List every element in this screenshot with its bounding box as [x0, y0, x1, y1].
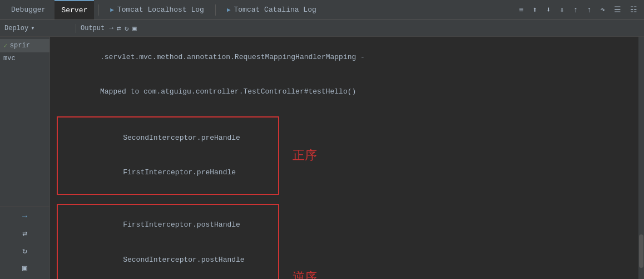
sub-monitor-icon[interactable]: ▣ — [132, 24, 137, 33]
file-icon-2: ▶ — [227, 6, 231, 13]
tab-server[interactable]: Server — [55, 0, 94, 19]
log-line-1: .servlet.mvc.method.annotation.RequestMa… — [57, 40, 637, 75]
main-layout: ✓ sprir mvc → ⇄ ↻ ▣ .servlet.mvc.method.… — [0, 37, 644, 279]
tab-tomcat-localhost[interactable]: ▶ Tomcat Localhost Log — [103, 0, 211, 19]
up2-icon[interactable]: ↑ — [571, 4, 580, 16]
menu-icon[interactable]: ≡ — [517, 4, 526, 16]
sidebar-swap-icon[interactable]: ⇄ — [21, 227, 28, 240]
annotation-zhengxu: 正序 — [293, 147, 317, 164]
deploy-dropdown[interactable]: ▾ — [31, 24, 34, 32]
red-box-2: FirstInterceptor.postHandle SecondInterc… — [57, 204, 279, 279]
debugger-label: Debugger — [11, 6, 46, 14]
grid1-icon[interactable]: ☰ — [612, 4, 623, 16]
output-tab[interactable]: Output — [81, 25, 105, 32]
sidebar-monitor-icon[interactable]: ▣ — [21, 262, 28, 275]
sidebar-item-spring-label: sprir — [10, 42, 30, 50]
sub-bar: Deploy ▾ Output → ⇄ ↻ ▣ — [0, 20, 644, 37]
scrollbar[interactable] — [638, 37, 644, 279]
grid2-icon[interactable]: ☷ — [628, 4, 640, 16]
log-box2-line2: SecondInterceptor.postHandle — [62, 243, 274, 277]
refresh-icon[interactable]: ↷ — [598, 4, 607, 16]
tab-separator-1 — [98, 4, 99, 16]
up3-icon[interactable]: ↑ — [584, 4, 593, 16]
log-line-2: Mapped to com.atguigu.controller.TestCon… — [57, 75, 637, 109]
red-box-1: SecondInterceptor.preHandle FirstInterce… — [57, 116, 279, 195]
tomcat-catalina-label: Tomcat Catalina Log — [234, 6, 316, 14]
annotation-nixu: 逆序 — [293, 269, 317, 279]
scrollbar-thumb[interactable] — [639, 234, 643, 268]
file-icon-1: ▶ — [110, 6, 114, 13]
sub-icons: → ⇄ ↻ ▣ — [109, 24, 136, 33]
sidebar-item-mvc[interactable]: mvc — [0, 52, 49, 65]
sidebar: ✓ sprir mvc → ⇄ ↻ ▣ — [0, 37, 50, 279]
sidebar-top: ✓ sprir mvc — [0, 37, 49, 206]
sidebar-reload-icon[interactable]: ↻ — [21, 244, 28, 257]
sidebar-actions: → ⇄ ↻ ▣ — [0, 206, 49, 279]
log-box1-line1: SecondInterceptor.preHandle — [62, 121, 274, 155]
tab-tomcat-catalina[interactable]: ▶ Tomcat Catalina Log — [220, 0, 323, 19]
log-box1-line2: FirstInterceptor.preHandle — [62, 155, 274, 190]
log-area[interactable]: .servlet.mvc.method.annotation.RequestMa… — [50, 37, 644, 279]
sidebar-arrow-icon[interactable]: → — [21, 211, 28, 223]
sub-bar-left: Deploy ▾ — [4, 24, 71, 32]
sub-refresh-icon[interactable]: ↻ — [125, 24, 129, 33]
check-icon: ✓ — [3, 41, 8, 50]
tab-separator-2 — [215, 4, 216, 16]
download-icon[interactable]: ⬇ — [544, 4, 553, 16]
sub-arrow-icon[interactable]: → — [109, 24, 113, 32]
tab-bar: Debugger Server ▶ Tomcat Localhost Log ▶… — [0, 0, 644, 20]
download2-icon[interactable]: ⇩ — [557, 4, 566, 16]
toolbar-icons: ≡ ⬆ ⬇ ⇩ ↑ ↑ ↷ ☰ ☷ — [517, 4, 640, 16]
tab-debugger[interactable]: Debugger — [4, 0, 52, 19]
sidebar-item-spring[interactable]: ✓ sprir — [0, 39, 49, 52]
upload-icon[interactable]: ⬆ — [530, 4, 539, 16]
deploy-label: Deploy — [4, 25, 28, 32]
tomcat-localhost-label: Tomcat Localhost Log — [117, 6, 204, 14]
sub-divider — [76, 24, 76, 33]
sidebar-item-mvc-label: mvc — [3, 55, 16, 62]
server-label: Server — [61, 6, 87, 14]
log-box2-line1: FirstInterceptor.postHandle — [62, 208, 274, 243]
sub-arrow2-icon[interactable]: ⇄ — [117, 24, 121, 33]
